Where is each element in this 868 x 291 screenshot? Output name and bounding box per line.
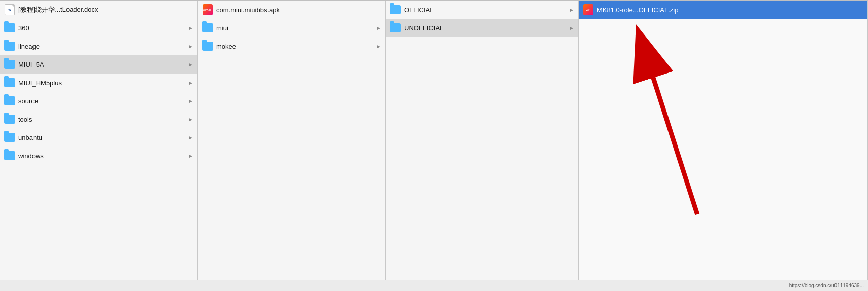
item-label: tools <box>18 116 186 123</box>
list-item[interactable]: tools ► <box>0 110 197 128</box>
list-item[interactable]: source ► <box>0 92 197 110</box>
list-item[interactable]: UNOFFICIAL ► <box>386 19 578 37</box>
item-label: MK81.0-role...OFFICIAL.zip <box>597 6 863 14</box>
item-label: windows <box>18 152 186 160</box>
svg-line-1 <box>639 33 697 214</box>
chevron-icon: ► <box>188 44 193 49</box>
red-arrow-annotation <box>619 16 857 249</box>
list-item[interactable]: MIUI_5A ► <box>0 55 197 74</box>
bottom-bar: https://blog.csdn.c/u011194639... <box>0 280 868 291</box>
item-label: miui <box>216 24 374 32</box>
folder-icon <box>4 132 15 143</box>
column-2: APK com.miui.miuibbs.apk miui ► mokee ► <box>198 1 386 280</box>
chevron-icon: ► <box>569 7 574 13</box>
folder-icon <box>4 41 15 52</box>
list-item[interactable]: MIUI_HM5plus ► <box>0 74 197 92</box>
chevron-icon: ► <box>188 98 193 104</box>
chevron-icon: ► <box>376 25 381 31</box>
list-item[interactable]: miui ► <box>198 19 385 37</box>
item-label: com.miui.miuibbs.apk <box>216 6 381 14</box>
column-1: W [教程]绕开华...tLoader.docx 360 ► lineage ►… <box>0 1 198 280</box>
bottom-url: https://blog.csdn.c/u011194639... <box>789 283 864 288</box>
folder-icon <box>202 41 213 52</box>
item-label: lineage <box>18 43 186 50</box>
zip-icon: ZIP <box>583 4 594 15</box>
list-item[interactable]: windows ► <box>0 147 197 165</box>
item-label: unbantu <box>18 134 186 141</box>
column-4: ZIP MK81.0-role...OFFICIAL.zip <box>579 1 868 280</box>
folder-icon <box>202 22 213 33</box>
folder-icon <box>390 22 401 33</box>
chevron-icon: ► <box>188 80 193 86</box>
list-item[interactable]: W [教程]绕开华...tLoader.docx <box>0 1 197 19</box>
list-item[interactable]: unbantu ► <box>0 128 197 147</box>
list-item[interactable]: OFFICIAL ► <box>386 1 578 19</box>
chevron-icon: ► <box>376 44 381 49</box>
finder-window: W [教程]绕开华...tLoader.docx 360 ► lineage ►… <box>0 0 868 280</box>
list-item[interactable]: APK com.miui.miuibbs.apk <box>198 1 385 19</box>
item-label: [教程]绕开华...tLoader.docx <box>18 5 193 14</box>
chevron-icon: ► <box>188 153 193 159</box>
item-label: 360 <box>18 24 186 32</box>
item-label: MIUI_5A <box>18 61 186 68</box>
folder-icon <box>4 114 15 125</box>
item-label: UNOFFICIAL <box>404 24 567 32</box>
chevron-icon: ► <box>188 25 193 31</box>
column-3: OFFICIAL ► UNOFFICIAL ► <box>386 1 579 280</box>
folder-icon <box>4 150 15 161</box>
chevron-icon: ► <box>569 25 574 31</box>
item-label: OFFICIAL <box>404 6 567 14</box>
list-item[interactable]: lineage ► <box>0 37 197 55</box>
folder-icon <box>4 22 15 33</box>
list-item[interactable]: 360 ► <box>0 19 197 37</box>
folder-icon <box>4 59 15 70</box>
chevron-icon: ► <box>188 117 193 122</box>
chevron-icon: ► <box>188 135 193 140</box>
list-item[interactable]: ZIP MK81.0-role...OFFICIAL.zip <box>579 1 867 19</box>
folder-icon <box>4 95 15 106</box>
chevron-icon: ► <box>188 62 193 67</box>
folder-icon <box>4 77 15 88</box>
red-arrow-svg <box>619 16 857 249</box>
docx-icon: W <box>4 4 15 15</box>
folder-icon <box>390 4 401 15</box>
apk-icon: APK <box>202 4 213 15</box>
item-label: MIUI_HM5plus <box>18 79 186 87</box>
item-label: mokee <box>216 43 374 50</box>
list-item[interactable]: mokee ► <box>198 37 385 55</box>
item-label: source <box>18 97 186 105</box>
